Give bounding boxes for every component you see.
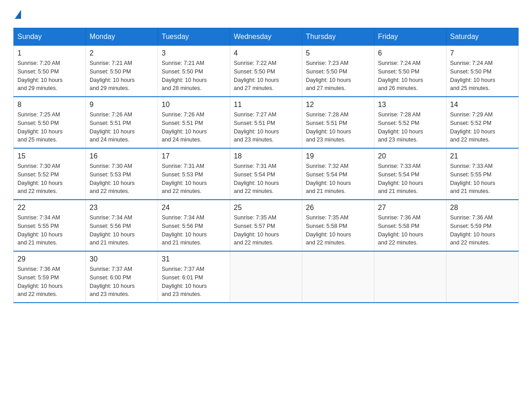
- day-info: Sunrise: 7:23 AMSunset: 5:50 PMDaylight:…: [306, 59, 370, 93]
- day-number: 6: [378, 49, 442, 57]
- day-number: 31: [162, 255, 226, 263]
- day-info: Sunrise: 7:25 AMSunset: 5:50 PMDaylight:…: [17, 111, 82, 144]
- day-info: Sunrise: 7:35 AMSunset: 5:58 PMDaylight:…: [306, 214, 370, 247]
- day-info: Sunrise: 7:33 AMSunset: 5:55 PMDaylight:…: [450, 162, 515, 196]
- table-row: 9Sunrise: 7:26 AMSunset: 5:51 PMDaylight…: [86, 97, 158, 148]
- calendar-week-row: 22Sunrise: 7:34 AMSunset: 5:55 PMDayligh…: [14, 200, 519, 251]
- day-info: Sunrise: 7:31 AMSunset: 5:54 PMDaylight:…: [234, 162, 298, 196]
- table-row: [302, 251, 374, 303]
- table-row: 12Sunrise: 7:28 AMSunset: 5:51 PMDayligh…: [302, 97, 374, 148]
- day-info: Sunrise: 7:21 AMSunset: 5:50 PMDaylight:…: [162, 59, 226, 93]
- day-number: 24: [162, 204, 226, 212]
- day-info: Sunrise: 7:36 AMSunset: 5:59 PMDaylight:…: [17, 265, 82, 299]
- day-number: 3: [162, 49, 226, 57]
- day-number: 12: [306, 101, 370, 109]
- table-row: 29Sunrise: 7:36 AMSunset: 5:59 PMDayligh…: [14, 251, 86, 303]
- calendar-week-row: 15Sunrise: 7:30 AMSunset: 5:52 PMDayligh…: [14, 148, 519, 200]
- day-number: 4: [234, 49, 298, 57]
- table-row: 25Sunrise: 7:35 AMSunset: 5:57 PMDayligh…: [230, 200, 302, 251]
- day-number: 27: [378, 204, 442, 212]
- table-row: 8Sunrise: 7:25 AMSunset: 5:50 PMDaylight…: [14, 97, 86, 148]
- table-row: 24Sunrise: 7:34 AMSunset: 5:56 PMDayligh…: [158, 200, 230, 251]
- table-row: 16Sunrise: 7:30 AMSunset: 5:53 PMDayligh…: [86, 148, 158, 200]
- table-row: 7Sunrise: 7:24 AMSunset: 5:50 PMDaylight…: [446, 46, 519, 97]
- day-info: Sunrise: 7:26 AMSunset: 5:51 PMDaylight:…: [162, 111, 226, 144]
- table-row: 20Sunrise: 7:33 AMSunset: 5:54 PMDayligh…: [374, 148, 446, 200]
- day-number: 9: [90, 101, 154, 109]
- table-row: 22Sunrise: 7:34 AMSunset: 5:55 PMDayligh…: [14, 200, 86, 251]
- day-info: Sunrise: 7:26 AMSunset: 5:51 PMDaylight:…: [90, 111, 154, 144]
- header-friday: Friday: [374, 28, 446, 46]
- day-number: 8: [17, 101, 82, 109]
- table-row: 14Sunrise: 7:29 AMSunset: 5:52 PMDayligh…: [446, 97, 519, 148]
- table-row: 5Sunrise: 7:23 AMSunset: 5:50 PMDaylight…: [302, 46, 374, 97]
- logo: [13, 9, 21, 19]
- day-info: Sunrise: 7:33 AMSunset: 5:54 PMDaylight:…: [378, 162, 442, 196]
- table-row: 6Sunrise: 7:24 AMSunset: 5:50 PMDaylight…: [374, 46, 446, 97]
- calendar-table: Sunday Monday Tuesday Wednesday Thursday…: [13, 28, 519, 303]
- table-row: [374, 251, 446, 303]
- day-number: 25: [234, 204, 298, 212]
- calendar-header-row: Sunday Monday Tuesday Wednesday Thursday…: [14, 28, 519, 46]
- day-number: 7: [450, 49, 515, 57]
- table-row: 10Sunrise: 7:26 AMSunset: 5:51 PMDayligh…: [158, 97, 230, 148]
- day-number: 17: [162, 152, 226, 160]
- day-info: Sunrise: 7:34 AMSunset: 5:55 PMDaylight:…: [17, 214, 82, 247]
- header-sunday: Sunday: [14, 28, 86, 46]
- day-number: 30: [90, 255, 154, 263]
- day-info: Sunrise: 7:32 AMSunset: 5:54 PMDaylight:…: [306, 162, 370, 196]
- day-number: 22: [17, 204, 82, 212]
- day-number: 5: [306, 49, 370, 57]
- header-thursday: Thursday: [302, 28, 374, 46]
- day-info: Sunrise: 7:24 AMSunset: 5:50 PMDaylight:…: [450, 59, 515, 93]
- day-number: 20: [378, 152, 442, 160]
- day-number: 21: [450, 152, 515, 160]
- day-info: Sunrise: 7:34 AMSunset: 5:56 PMDaylight:…: [162, 214, 226, 247]
- day-number: 2: [90, 49, 154, 57]
- day-info: Sunrise: 7:20 AMSunset: 5:50 PMDaylight:…: [17, 59, 82, 93]
- day-info: Sunrise: 7:21 AMSunset: 5:50 PMDaylight:…: [90, 59, 154, 93]
- header-tuesday: Tuesday: [158, 28, 230, 46]
- table-row: 18Sunrise: 7:31 AMSunset: 5:54 PMDayligh…: [230, 148, 302, 200]
- page-header: [13, 9, 519, 19]
- calendar-week-row: 1Sunrise: 7:20 AMSunset: 5:50 PMDaylight…: [14, 46, 519, 97]
- day-info: Sunrise: 7:28 AMSunset: 5:52 PMDaylight:…: [378, 111, 442, 144]
- table-row: 26Sunrise: 7:35 AMSunset: 5:58 PMDayligh…: [302, 200, 374, 251]
- day-number: 26: [306, 204, 370, 212]
- day-info: Sunrise: 7:31 AMSunset: 5:53 PMDaylight:…: [162, 162, 226, 196]
- table-row: 27Sunrise: 7:36 AMSunset: 5:58 PMDayligh…: [374, 200, 446, 251]
- table-row: 3Sunrise: 7:21 AMSunset: 5:50 PMDaylight…: [158, 46, 230, 97]
- table-row: 4Sunrise: 7:22 AMSunset: 5:50 PMDaylight…: [230, 46, 302, 97]
- day-info: Sunrise: 7:30 AMSunset: 5:52 PMDaylight:…: [17, 162, 82, 196]
- table-row: [230, 251, 302, 303]
- table-row: 11Sunrise: 7:27 AMSunset: 5:51 PMDayligh…: [230, 97, 302, 148]
- day-number: 10: [162, 101, 226, 109]
- header-monday: Monday: [86, 28, 158, 46]
- table-row: 23Sunrise: 7:34 AMSunset: 5:56 PMDayligh…: [86, 200, 158, 251]
- day-info: Sunrise: 7:37 AMSunset: 6:00 PMDaylight:…: [90, 265, 154, 299]
- day-number: 18: [234, 152, 298, 160]
- table-row: 19Sunrise: 7:32 AMSunset: 5:54 PMDayligh…: [302, 148, 374, 200]
- header-wednesday: Wednesday: [230, 28, 302, 46]
- day-number: 13: [378, 101, 442, 109]
- calendar-week-row: 8Sunrise: 7:25 AMSunset: 5:50 PMDaylight…: [14, 97, 519, 148]
- table-row: 15Sunrise: 7:30 AMSunset: 5:52 PMDayligh…: [14, 148, 86, 200]
- day-info: Sunrise: 7:30 AMSunset: 5:53 PMDaylight:…: [90, 162, 154, 196]
- day-info: Sunrise: 7:28 AMSunset: 5:51 PMDaylight:…: [306, 111, 370, 144]
- table-row: 2Sunrise: 7:21 AMSunset: 5:50 PMDaylight…: [86, 46, 158, 97]
- logo-text: [13, 9, 21, 19]
- day-info: Sunrise: 7:24 AMSunset: 5:50 PMDaylight:…: [378, 59, 442, 93]
- table-row: 21Sunrise: 7:33 AMSunset: 5:55 PMDayligh…: [446, 148, 519, 200]
- table-row: 1Sunrise: 7:20 AMSunset: 5:50 PMDaylight…: [14, 46, 86, 97]
- day-number: 19: [306, 152, 370, 160]
- table-row: 30Sunrise: 7:37 AMSunset: 6:00 PMDayligh…: [86, 251, 158, 303]
- day-info: Sunrise: 7:37 AMSunset: 6:01 PMDaylight:…: [162, 265, 226, 299]
- day-number: 1: [17, 49, 82, 57]
- day-info: Sunrise: 7:36 AMSunset: 5:58 PMDaylight:…: [378, 214, 442, 247]
- table-row: 31Sunrise: 7:37 AMSunset: 6:01 PMDayligh…: [158, 251, 230, 303]
- table-row: 17Sunrise: 7:31 AMSunset: 5:53 PMDayligh…: [158, 148, 230, 200]
- day-info: Sunrise: 7:35 AMSunset: 5:57 PMDaylight:…: [234, 214, 298, 247]
- day-number: 14: [450, 101, 515, 109]
- table-row: 28Sunrise: 7:36 AMSunset: 5:59 PMDayligh…: [446, 200, 519, 251]
- day-number: 11: [234, 101, 298, 109]
